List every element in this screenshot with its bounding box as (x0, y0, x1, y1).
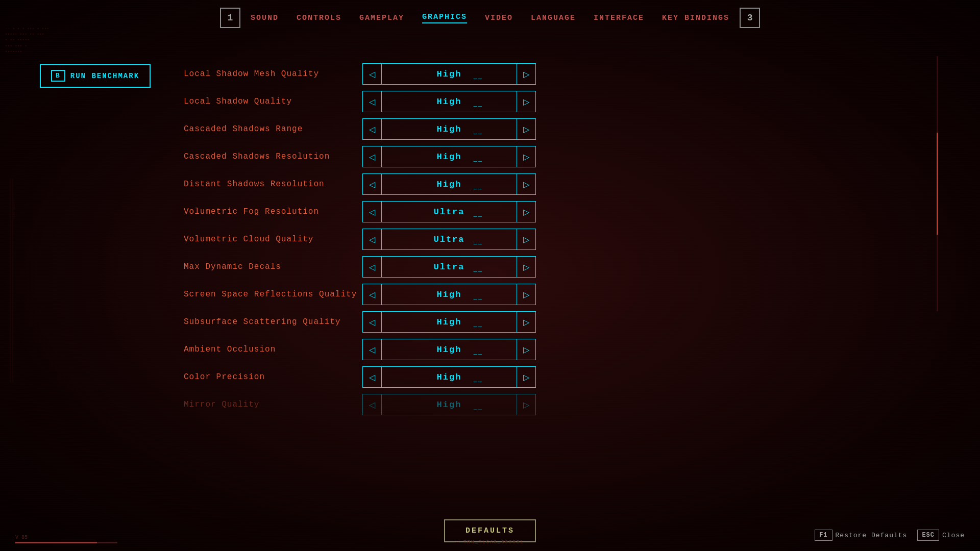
arrow-left-subsurface-scattering[interactable]: ◁ (363, 312, 382, 332)
arrow-right-color-precision[interactable]: ▷ (517, 367, 535, 387)
restore-defaults-label: Restore Defaults (836, 532, 908, 539)
svg-text:SYSTEM DATA: SYSTEM DATA (12, 199, 15, 219)
setting-control-local-shadow-quality: ◁ High ▷ (362, 91, 536, 112)
arrow-left-cascaded-shadows-range[interactable]: ◁ (363, 119, 382, 139)
top-navigation: 1 SOUND CONTROLS GAMEPLAY GRAPHICS VIDEO… (0, 0, 980, 36)
setting-control-volumetric-cloud-quality: ◁ Ultra ▷ (362, 229, 536, 250)
arrow-right-local-shadow-mesh[interactable]: ▷ (517, 64, 535, 84)
setting-control-screen-space-reflections: ◁ High ▷ (362, 284, 536, 305)
setting-row-color-precision: Color Precision ◁ High ▷ (184, 364, 929, 390)
arrow-right-distant-shadows-resolution[interactable]: ▷ (517, 174, 535, 194)
setting-value-mirror-quality: High (382, 400, 517, 410)
arrow-left-volumetric-fog-resolution[interactable]: ◁ (363, 202, 382, 222)
setting-control-distant-shadows-resolution: ◁ High ▷ (362, 173, 536, 195)
setting-value-local-shadow-quality: High (382, 97, 517, 107)
right-arrow-icon: ▷ (523, 97, 529, 107)
nav-item-gameplay[interactable]: GAMEPLAY (359, 14, 404, 22)
run-benchmark-button[interactable]: B RUN BENCHMARK (40, 64, 151, 88)
setting-label-screen-space-reflections: Screen Space Reflections Quality (184, 290, 362, 299)
nav-item-interface[interactable]: INTERFACE (594, 14, 644, 22)
arrow-left-local-shadow-quality[interactable]: ◁ (363, 91, 382, 112)
arrow-right-mirror-quality[interactable]: ▷ (517, 394, 535, 415)
right-arrow-icon: ▷ (523, 400, 529, 410)
left-arrow-icon: ◁ (369, 317, 375, 327)
left-arrow-icon: ◁ (369, 152, 375, 162)
setting-control-local-shadow-mesh: ◁ High ▷ (362, 63, 536, 85)
setting-row-volumetric-cloud-quality: Volumetric Cloud Quality ◁ Ultra ▷ (184, 227, 929, 252)
arrow-right-cascaded-shadows-range[interactable]: ▷ (517, 119, 535, 139)
left-arrow-icon: ◁ (369, 97, 375, 107)
arrow-left-color-precision[interactable]: ◁ (363, 367, 382, 387)
setting-value-distant-shadows-resolution: High (382, 180, 517, 189)
close-label: Close (942, 532, 965, 539)
setting-value-subsurface-scattering: High (382, 317, 517, 327)
right-arrow-icon: ▷ (523, 235, 529, 244)
bottom-center-info: — TRN_TLCAS_800031 (456, 537, 524, 546)
setting-row-ambient-occlusion: Ambient Occlusion ◁ High ▷ (184, 337, 929, 362)
right-arrow-icon: ▷ (523, 262, 529, 272)
right-arrow-icon: ▷ (523, 345, 529, 355)
setting-row-mirror-quality: Mirror Quality ◁ High ▷ (184, 392, 929, 417)
arrow-left-local-shadow-mesh[interactable]: ◁ (363, 64, 382, 84)
arrow-left-ambient-occlusion[interactable]: ◁ (363, 339, 382, 360)
arrow-right-volumetric-cloud-quality[interactable]: ▷ (517, 229, 535, 249)
setting-label-color-precision: Color Precision (184, 372, 362, 382)
setting-value-max-dynamic-decals: Ultra (382, 262, 517, 272)
settings-content: Local Shadow Mesh Quality ◁ High ▷ Local… (184, 51, 929, 510)
setting-control-max-dynamic-decals: ◁ Ultra ▷ (362, 256, 536, 278)
setting-value-volumetric-cloud-quality: Ultra (382, 235, 517, 244)
setting-control-mirror-quality: ◁ High ▷ (362, 394, 536, 415)
scrollbar[interactable] (935, 56, 939, 311)
right-arrow-icon: ▷ (523, 124, 529, 134)
left-arrow-icon: ◁ (369, 290, 375, 299)
setting-row-local-shadow-mesh: Local Shadow Mesh Quality ◁ High ▷ (184, 61, 929, 87)
nav-item-sound[interactable]: SOUND (251, 14, 279, 22)
left-arrow-icon: ◁ (369, 345, 375, 355)
setting-label-distant-shadows-resolution: Distant Shadows Resolution (184, 180, 362, 189)
arrow-right-max-dynamic-decals[interactable]: ▷ (517, 257, 535, 277)
arrow-left-mirror-quality[interactable]: ◁ (363, 394, 382, 415)
arrow-left-screen-space-reflections[interactable]: ◁ (363, 284, 382, 305)
left-arrow-icon: ◁ (369, 69, 375, 79)
arrow-right-cascaded-shadows-resolution[interactable]: ▷ (517, 146, 535, 167)
nav-bracket-right: 3 (740, 8, 760, 28)
close-action: ESC Close (917, 530, 965, 541)
setting-label-subsurface-scattering: Subsurface Scattering Quality (184, 317, 362, 327)
setting-label-local-shadow-quality: Local Shadow Quality (184, 97, 362, 106)
setting-value-screen-space-reflections: High (382, 290, 517, 299)
right-arrow-icon: ▷ (523, 152, 529, 162)
arrow-left-max-dynamic-decals[interactable]: ◁ (363, 257, 382, 277)
version-text: V 85 (15, 535, 117, 540)
setting-control-cascaded-shadows-range: ◁ High ▷ (362, 118, 536, 140)
arrow-left-volumetric-cloud-quality[interactable]: ◁ (363, 229, 382, 249)
nav-item-controls[interactable]: CONTROLS (297, 14, 341, 22)
settings-list: Local Shadow Mesh Quality ◁ High ▷ Local… (184, 61, 929, 417)
right-arrow-icon: ▷ (523, 372, 529, 382)
nav-bracket-left: 1 (220, 8, 240, 28)
scrollbar-thumb[interactable] (937, 133, 938, 235)
left-arrow-icon: ◁ (369, 235, 375, 244)
nav-item-keybindings[interactable]: KEY BINDINGS (662, 14, 729, 22)
setting-label-ambient-occlusion: Ambient Occlusion (184, 345, 362, 354)
nav-item-graphics[interactable]: GRAPHICS (422, 13, 467, 23)
arrow-left-distant-shadows-resolution[interactable]: ◁ (363, 174, 382, 194)
arrow-left-cascaded-shadows-resolution[interactable]: ◁ (363, 146, 382, 167)
setting-value-cascaded-shadows-resolution: High (382, 152, 517, 162)
left-arrow-icon: ◁ (369, 262, 375, 272)
nav-item-video[interactable]: VIDEO (485, 14, 513, 22)
nav-items: SOUND CONTROLS GAMEPLAY GRAPHICS VIDEO L… (251, 13, 729, 23)
arrow-right-ambient-occlusion[interactable]: ▷ (517, 339, 535, 360)
left-arrow-icon: ◁ (369, 372, 375, 382)
arrow-right-subsurface-scattering[interactable]: ▷ (517, 312, 535, 332)
setting-row-cascaded-shadows-range: Cascaded Shadows Range ◁ High ▷ (184, 116, 929, 142)
setting-label-mirror-quality: Mirror Quality (184, 400, 362, 409)
setting-label-local-shadow-mesh: Local Shadow Mesh Quality (184, 69, 362, 79)
esc-key-badge: ESC (917, 530, 939, 541)
arrow-right-local-shadow-quality[interactable]: ▷ (517, 91, 535, 112)
version-bar (15, 542, 117, 543)
nav-item-language[interactable]: LANGUAGE (531, 14, 576, 22)
arrow-right-screen-space-reflections[interactable]: ▷ (517, 284, 535, 305)
setting-row-local-shadow-quality: Local Shadow Quality ◁ High ▷ (184, 89, 929, 114)
setting-value-volumetric-fog-resolution: Ultra (382, 207, 517, 217)
arrow-right-volumetric-fog-resolution[interactable]: ▷ (517, 202, 535, 222)
